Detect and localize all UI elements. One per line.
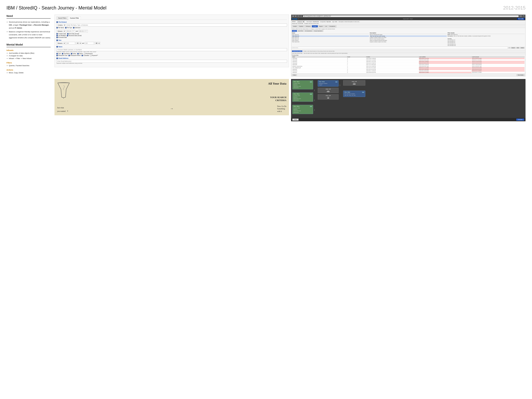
- filter-tabs: Saved Filters Custom Filter: [57, 17, 287, 20]
- name-label: Name: [58, 46, 63, 48]
- filter-a3[interactable]: Filter Name A3: [292, 37, 369, 38]
- edit-btn[interactable]: Edit: [516, 47, 519, 49]
- contains-select[interactable]: Contains: [57, 24, 65, 26]
- file-name-input[interactable]: [66, 24, 287, 26]
- build-filter-tab[interactable]: Build Filter: [297, 30, 304, 32]
- evaluate-btn[interactable]: Evaluate: [516, 118, 524, 121]
- contains-row: Contains: [57, 24, 287, 26]
- search-btn[interactable]: Search: [511, 47, 516, 49]
- create-tab[interactable]: Create: [312, 25, 318, 27]
- date-input-1[interactable]: [66, 30, 75, 32]
- size-input-2[interactable]: [85, 42, 94, 44]
- date-input-2[interactable]: [79, 30, 88, 32]
- preview-section: Preview Data Name Count Created Last mod…: [291, 54, 525, 74]
- size-mb-select[interactable]: MBKB: [95, 42, 100, 44]
- help-label: Help ▾: [410, 18, 413, 19]
- username-cb[interactable]: [62, 53, 63, 54]
- filter-item-1: Queries, Faceted Searches: [9, 64, 51, 67]
- received-date-cb[interactable]: [67, 35, 68, 36]
- custodian-cb[interactable]: [82, 55, 83, 56]
- name-checkbox[interactable]: [57, 46, 58, 48]
- owner-cb[interactable]: [77, 53, 79, 54]
- size-input-1[interactable]: [66, 42, 75, 44]
- extension-cb[interactable]: [73, 27, 74, 28]
- home-btn[interactable]: ⌂: [300, 15, 302, 17]
- permissions-cb[interactable]: [84, 53, 85, 54]
- what-2-body: File extension contains"pdf, doc, docx, …: [344, 93, 364, 96]
- sp-user-cb[interactable]: [57, 55, 58, 56]
- what-2-edit[interactable]: Edit: [362, 92, 364, 93]
- size-checkbox[interactable]: [57, 40, 58, 41]
- view-details-btn[interactable]: View Details: [517, 74, 525, 76]
- scope-ops-tab[interactable]: Scope Operations: [313, 30, 323, 32]
- accessed-date-cb[interactable]: [57, 37, 58, 38]
- saved-filters-tab[interactable]: Saved Filters: [57, 17, 68, 19]
- url-input[interactable]: [303, 15, 519, 17]
- filter-b21[interactable]: Filter Name B21: [292, 41, 369, 43]
- user-cb[interactable]: [57, 53, 58, 54]
- forward-btn[interactable]: ▶: [295, 15, 297, 17]
- filter-a2[interactable]: Filter Name A2: [292, 35, 369, 37]
- right-and-or-card[interactable]: AND / OR Edit AND: [343, 80, 365, 86]
- edit-right-logic[interactable]: Edit: [344, 82, 364, 83]
- when-card-2-header: Filter: When Edit: [293, 94, 312, 94]
- when-3-edit[interactable]: Edit: [310, 106, 312, 107]
- right-and-label: AND: [344, 83, 364, 85]
- delete-btn[interactable]: Delete: [520, 47, 525, 49]
- author-cb[interactable]: [71, 53, 72, 54]
- last-modified-cb[interactable]: [57, 35, 58, 36]
- enhance-tab[interactable]: Enhance: [305, 25, 312, 27]
- keyword-cb[interactable]: [90, 55, 91, 56]
- filter-search-input[interactable]: [292, 47, 508, 49]
- act-tab[interactable]: Act: [324, 25, 328, 27]
- creation-date-cb[interactable]: [57, 33, 58, 35]
- filter-a1[interactable]: Filter Name A1: [292, 34, 369, 35]
- file-type-row: File Name File Type Extension: [57, 27, 287, 28]
- create-infoset-btn[interactable]: Create New Infoset: [292, 50, 302, 52]
- or-card[interactable]: AND / OR Edit OR: [318, 94, 339, 100]
- email-label: Email Address: [58, 57, 68, 59]
- edit-or-link[interactable]: Edit: [319, 96, 337, 97]
- name-input[interactable]: [57, 48, 287, 51]
- refresh-btn[interactable]: ↻: [298, 15, 300, 17]
- and-or-card[interactable]: AND / OR Edit AND: [318, 88, 339, 93]
- logo-arrow: ▾: [298, 18, 299, 19]
- date-select[interactable]: Between: [57, 30, 65, 32]
- filter-group-b[interactable]: Filter Group B: [292, 40, 369, 41]
- clear-btn[interactable]: ✕: [508, 47, 510, 49]
- email-checkbox[interactable]: [57, 58, 58, 59]
- filter-a4[interactable]: Filter Name A4: [292, 38, 369, 40]
- size-select[interactable]: Between: [57, 42, 65, 45]
- name-col-header: Name: [292, 32, 369, 34]
- what-card-1: Filter: What Edit Filename contains"repo…: [318, 80, 339, 87]
- extension-check: Extension: [73, 27, 80, 28]
- what-1-edit[interactable]: Edit: [336, 81, 337, 82]
- sp-author-cb[interactable]: [69, 55, 70, 56]
- file-type-cb[interactable]: [65, 27, 66, 28]
- library-tab[interactable]: Library: [292, 30, 297, 32]
- file-related-label: File-Related: [58, 21, 67, 23]
- custom-filter-tab[interactable]: Custom Filter: [68, 17, 81, 19]
- when-2-edit[interactable]: Edit: [310, 94, 312, 94]
- file-name-cb[interactable]: [57, 27, 58, 28]
- details-tab[interactable]: Details: [292, 25, 298, 27]
- sent-date-cb[interactable]: [67, 33, 69, 35]
- infoset-select[interactable]: Infoset #1: [297, 21, 305, 23]
- go-btn[interactable]: Go: [519, 15, 522, 17]
- connect-2: ⟩: [314, 99, 317, 101]
- size-kb-select[interactable]: KBMB: [76, 42, 81, 44]
- email-input[interactable]: [57, 60, 287, 63]
- file-related-checkbox[interactable]: [57, 21, 58, 23]
- report-tab[interactable]: Report: [318, 25, 324, 27]
- close-btn[interactable]: Close: [292, 74, 297, 76]
- back-btn[interactable]: ◀: [292, 15, 294, 17]
- app-header: DataIQ ▾ Supercredit ▾ Help ▾ StoredIQ: [291, 18, 525, 20]
- set-ops-tab[interactable]: Set Operations: [304, 30, 313, 32]
- edit-logic-link[interactable]: Edit: [319, 90, 337, 91]
- explore-tab[interactable]: Explore: [298, 25, 304, 27]
- top-screenshots-row: Saved Filters Custom Filter File-Related…: [55, 14, 526, 76]
- undo-btn[interactable]: Undo: [292, 118, 298, 121]
- exceptions-tab[interactable]: Exceptions: [329, 25, 336, 27]
- when-1-edit[interactable]: Edit: [310, 81, 312, 82]
- custom-filter-panel: Saved Filters Custom Filter File-Related…: [55, 14, 289, 67]
